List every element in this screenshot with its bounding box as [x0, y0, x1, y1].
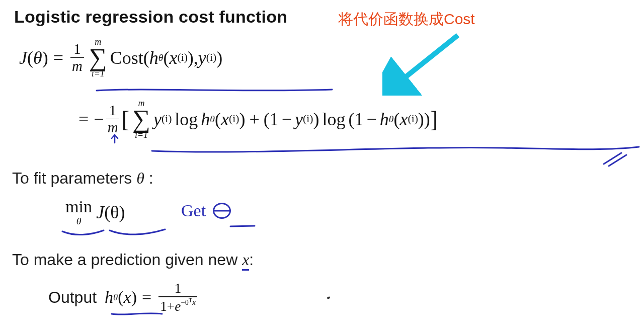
fit-parameters-text: To fit parameters θ :: [12, 169, 153, 188]
slide-root: Logistic regression cost function 将代价函数换…: [0, 0, 644, 333]
annotation-text: 将代价函数换成Cost: [338, 9, 475, 30]
stray-mark: [327, 296, 330, 299]
summation-2: m ∑ i=1: [132, 99, 150, 139]
underline-ink: [96, 86, 337, 96]
equation-cost-expanded: = − 1 m [ m ∑ i=1 y(i) log hθ (x(i)) + (…: [78, 99, 438, 139]
svg-line-1: [395, 35, 458, 86]
theta-symbol-icon: [213, 203, 231, 219]
output-word: Output: [48, 288, 97, 307]
equation-cost-sum: J(J(θ)θ) = 1 m m ∑ i=1 Cost ( hθ (x(i)) …: [19, 37, 222, 78]
fraction-1-over-m: 1 m: [70, 42, 84, 73]
get-word: Get: [181, 201, 206, 220]
prediction-text: To make a prediction given new x:: [12, 251, 254, 271]
summation: m ∑ i=1: [89, 37, 107, 78]
cost-word: Cost: [110, 47, 143, 68]
arrow-icon: [382, 30, 468, 96]
sigmoid-fraction: 1 1+e−θTx: [158, 282, 197, 313]
get-theta-handwriting: Get: [181, 201, 231, 220]
equation-min: min θ J (θ): [65, 198, 125, 226]
slide-title: Logistic regression cost function: [14, 7, 287, 27]
min-underline-ink: [59, 226, 170, 241]
min-operator: min θ: [65, 198, 92, 226]
equation-hypothesis: Output hθ (x) = 1 1+e−θTx: [48, 282, 199, 313]
J-var: J: [19, 47, 27, 68]
theta-underline-ink: [228, 222, 259, 228]
x-var-underlined: x: [242, 251, 249, 271]
long-underline-ink: [151, 144, 644, 169]
fraction-1-over-m-2: 1 m: [106, 103, 120, 135]
